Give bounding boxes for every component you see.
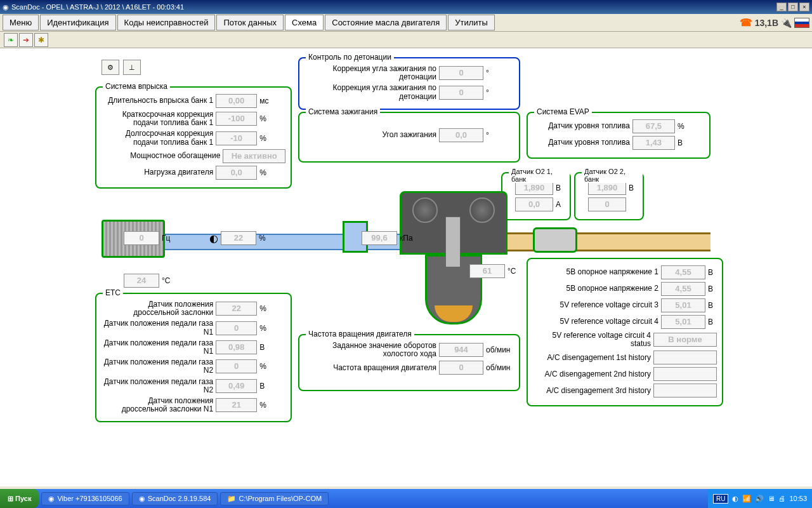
system-tray: RU ◐ 📶 🔊 🖥 🖨 10:53 bbox=[708, 489, 812, 508]
tab-menu[interactable]: Меню bbox=[3, 15, 39, 30]
ref4-status-value[interactable]: В норме bbox=[653, 333, 717, 347]
toolbar: ❧ ➔ ✱ bbox=[0, 32, 812, 48]
window-title: ScanDoc - OPEL \ ASTRA-J \ 2012 \ A16LET… bbox=[11, 3, 184, 11]
close-button[interactable]: × bbox=[799, 3, 809, 11]
inj-short-value[interactable]: -100 bbox=[216, 112, 257, 126]
ac-hist2-value[interactable] bbox=[653, 367, 717, 381]
taskbar-explorer[interactable]: 📁C:\Program Files\OP-COM bbox=[220, 492, 329, 505]
group-rpm: Частота вращения двигателя Заданное знач… bbox=[298, 334, 520, 391]
ref3-value[interactable]: 5,01 bbox=[661, 298, 705, 312]
throttle-pct-display: ◐ 22% bbox=[209, 231, 287, 245]
flag-icon[interactable] bbox=[794, 18, 809, 28]
restore-button[interactable]: □ bbox=[788, 3, 798, 11]
etc-app2-volt-value[interactable]: 0,49 bbox=[216, 379, 257, 393]
catalytic-converter-icon bbox=[533, 227, 577, 253]
plug-icon: 🔌 bbox=[781, 18, 792, 28]
tab-scheme[interactable]: Схема bbox=[285, 15, 324, 30]
tab-utilities[interactable]: Утилиты bbox=[448, 15, 495, 30]
app-icon: ◉ bbox=[3, 3, 9, 11]
inj-long-value[interactable]: -10 bbox=[216, 131, 257, 145]
ref1-value[interactable]: 4,55 bbox=[661, 265, 705, 279]
tray-icon[interactable]: 🖨 bbox=[778, 495, 785, 502]
folder-icon: 📁 bbox=[227, 495, 236, 503]
language-indicator[interactable]: RU bbox=[713, 494, 728, 504]
rpm-actual-value[interactable]: 0 bbox=[439, 361, 483, 375]
bug-button[interactable]: ✱ bbox=[34, 33, 48, 47]
tray-icon[interactable]: 🖥 bbox=[768, 495, 775, 502]
exhaust-pipe bbox=[482, 232, 710, 251]
ign-angle-value[interactable]: 0,0 bbox=[439, 128, 483, 142]
tab-oilstate[interactable]: Состояние масла двигателя bbox=[325, 15, 447, 30]
group-knock-title: Контроль по детонации bbox=[306, 53, 394, 62]
group-evap-title: Система EVAP bbox=[534, 107, 592, 116]
leaf-button[interactable]: ❧ bbox=[4, 33, 18, 47]
clock[interactable]: 10:53 bbox=[789, 495, 807, 502]
taskbar-viber[interactable]: ◉Viber +79136105066 bbox=[41, 492, 129, 505]
group-ignition: Система зажигания Угол зажигания0,0° bbox=[298, 112, 520, 163]
group-reference: 5В опорное напряжение 14,55В 5В опорное … bbox=[527, 258, 723, 406]
evap-level-volt-value[interactable]: 1,43 bbox=[632, 136, 675, 150]
etc-app1-pct-value[interactable]: 0 bbox=[216, 321, 257, 335]
group-ignition-title: Система зажигания bbox=[306, 107, 380, 116]
engine-icon[interactable]: ⚙ bbox=[102, 60, 119, 75]
iat-value[interactable]: 24 bbox=[124, 274, 159, 288]
tab-dtc[interactable]: Коды неисправностей bbox=[117, 15, 216, 30]
iat-temp-display: 24°C bbox=[124, 274, 190, 288]
evap-level-pct-value[interactable]: 67,5 bbox=[632, 119, 675, 133]
tray-icon[interactable]: 📶 bbox=[742, 495, 751, 503]
ac-hist1-value[interactable] bbox=[653, 351, 717, 364]
maf-hz-display: 0Гц bbox=[124, 231, 190, 245]
map-kpa-display: 99,6кПа bbox=[362, 231, 428, 245]
tray-icon[interactable]: 🔊 bbox=[755, 495, 764, 503]
etc-app1-volt-value[interactable]: 0,98 bbox=[216, 340, 257, 354]
start-button[interactable]: ⊞ Пуск bbox=[0, 489, 39, 508]
scandoc-icon: ◉ bbox=[139, 495, 145, 503]
group-injection: Система впрыска Длительность впрыска бан… bbox=[95, 86, 292, 189]
map-value[interactable]: 99,6 bbox=[362, 231, 397, 245]
tray-icon[interactable]: ◐ bbox=[732, 495, 738, 503]
throttle-sensor-icon: ◐ bbox=[209, 232, 218, 244]
viber-icon: ◉ bbox=[48, 495, 55, 503]
group-evap: Система EVAP Датчик уровня топлива67,5% … bbox=[527, 112, 710, 159]
rpm-idle-value[interactable]: 944 bbox=[439, 343, 483, 357]
taskbar-scandoc[interactable]: ◉ScanDoc 2.9.19.584 bbox=[132, 492, 218, 505]
etc-tps-value[interactable]: 22 bbox=[216, 302, 257, 316]
group-injection-title: Система впрыска bbox=[103, 82, 170, 91]
chassis-icon[interactable]: ⊥ bbox=[123, 60, 141, 75]
group-etc-title: ETC bbox=[103, 288, 123, 297]
inj-enrich-value[interactable]: Не активно bbox=[223, 149, 285, 163]
minimize-button[interactable]: _ bbox=[776, 3, 787, 11]
main-menu: Меню Идентификация Коды неисправностей П… bbox=[0, 14, 812, 32]
inj-duration-value[interactable]: 0,00 bbox=[216, 94, 257, 108]
engine-block-icon bbox=[400, 178, 508, 324]
etc-app2-pct-value[interactable]: 0 bbox=[216, 359, 257, 373]
tab-identification[interactable]: Идентификация bbox=[40, 15, 115, 30]
window-titlebar: ◉ ScanDoc - OPEL \ ASTRA-J \ 2012 \ A16L… bbox=[0, 0, 812, 14]
ref4-value[interactable]: 5,01 bbox=[661, 315, 705, 329]
etc-tps1-value[interactable]: 21 bbox=[216, 398, 257, 412]
forward-button[interactable]: ➔ bbox=[19, 33, 33, 47]
ref2-value[interactable]: 4,55 bbox=[661, 282, 705, 296]
knock-corr1-value[interactable]: 0 bbox=[439, 66, 483, 80]
tab-datastream[interactable]: Поток данных bbox=[216, 15, 284, 30]
group-rpm-title: Частота вращения двигателя bbox=[306, 330, 414, 338]
phone-icon: ☎ bbox=[740, 17, 752, 29]
maf-hz-value[interactable]: 0 bbox=[124, 231, 159, 245]
knock-corr2-value[interactable]: 0 bbox=[439, 86, 483, 100]
ac-hist3-value[interactable] bbox=[653, 384, 717, 398]
scheme-canvas: ⚙ ⊥ Контроль по детонации Коррекция угла… bbox=[0, 48, 812, 486]
ect-temp-display: 61°C bbox=[469, 264, 535, 278]
group-etc: ETC Датчик положения дроссельной заслонк… bbox=[95, 293, 292, 422]
taskbar: ⊞ Пуск ◉Viber +79136105066 ◉ScanDoc 2.9.… bbox=[0, 489, 812, 508]
voltage-label: 13,1В bbox=[755, 18, 778, 28]
ect-value[interactable]: 61 bbox=[469, 264, 505, 278]
throttle-pct-value[interactable]: 22 bbox=[221, 231, 256, 245]
group-knock: Контроль по детонации Коррекция угла заж… bbox=[298, 57, 520, 110]
windows-icon: ⊞ bbox=[8, 495, 13, 503]
